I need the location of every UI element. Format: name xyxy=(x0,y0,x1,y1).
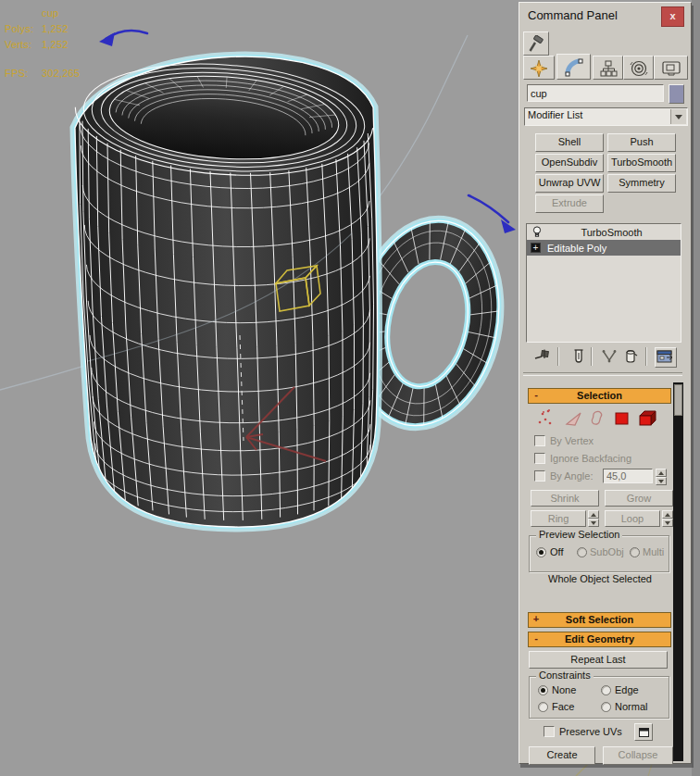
tab-hierarchy[interactable] xyxy=(593,56,623,80)
selection-status-text: Whole Object Selected xyxy=(527,573,673,584)
close-icon[interactable]: x xyxy=(661,6,684,27)
panel-scrollbar[interactable] xyxy=(673,382,683,761)
rollout-title: Edit Geometry xyxy=(565,633,634,645)
stack-item-turbosmooth[interactable]: TurboSmooth xyxy=(527,224,681,240)
constraint-none-radio[interactable] xyxy=(538,685,548,695)
rollout-title: Soft Selection xyxy=(566,614,633,625)
edge-icon[interactable] xyxy=(567,413,581,425)
viewport-statistics: cup Polys:1,252 Verts:1,252 FPS:302,265 xyxy=(5,6,80,81)
object-color-swatch[interactable] xyxy=(669,84,684,104)
symmetry-button[interactable]: Symmetry xyxy=(607,174,676,193)
border-icon[interactable] xyxy=(592,411,601,424)
loop-spinner[interactable] xyxy=(662,510,673,527)
rollout-edit-geometry-header[interactable]: - Edit Geometry xyxy=(528,632,671,647)
preserve-uvs-settings-button[interactable] xyxy=(634,723,653,741)
tab-utilities[interactable] xyxy=(523,31,549,56)
constraint-face-label: Face xyxy=(552,701,574,712)
constraints-group: Constraints xyxy=(529,676,669,719)
create-icon xyxy=(530,59,548,78)
display-icon xyxy=(661,59,681,78)
loop-button[interactable]: Loop xyxy=(605,510,660,527)
screenshot-root: { "viewport": { "stats": { "object_name"… xyxy=(0,0,700,776)
push-button[interactable]: Push xyxy=(607,133,676,152)
constraint-normal-radio[interactable] xyxy=(601,702,611,712)
settings-window-icon xyxy=(639,728,649,737)
constraint-normal-label: Normal xyxy=(615,701,647,712)
by-angle-input[interactable] xyxy=(603,469,653,483)
pin-stack-icon[interactable] xyxy=(533,348,550,365)
shell-button[interactable]: Shell xyxy=(535,133,604,152)
subobject-icon-row xyxy=(536,408,666,429)
scrollbar-thumb[interactable] xyxy=(674,384,682,416)
show-end-result-icon[interactable] xyxy=(571,348,586,365)
repeat-last-button[interactable]: Repeat Last xyxy=(529,651,668,669)
hierarchy-icon xyxy=(599,59,618,78)
desktop-edge-strip xyxy=(692,0,700,776)
element-icon[interactable] xyxy=(640,411,656,425)
preview-selection-title: Preview Selection xyxy=(536,529,622,540)
preview-multi-label: Multi xyxy=(643,546,664,557)
preview-off-radio[interactable] xyxy=(536,547,546,557)
modifier-list-value: Modifier List xyxy=(528,109,582,120)
constraints-title: Constraints xyxy=(536,670,594,681)
preserve-uvs-checkbox[interactable] xyxy=(544,726,555,737)
turbosmooth-button[interactable]: TurboSmooth xyxy=(607,154,676,172)
stack-item-label: Editable Poly xyxy=(544,243,606,254)
preview-subobj-radio[interactable] xyxy=(577,547,587,557)
object-name-field[interactable] xyxy=(527,84,664,102)
ring-button[interactable]: Ring xyxy=(531,510,586,527)
vertex-icon[interactable] xyxy=(539,410,552,425)
expand-icon: + xyxy=(531,614,542,625)
preview-multi-radio[interactable] xyxy=(630,547,640,557)
modify-icon xyxy=(564,57,584,78)
stat-polys-label: Polys: xyxy=(5,21,42,37)
divider xyxy=(523,372,682,376)
grow-button[interactable]: Grow xyxy=(605,490,673,507)
panel-title: Command Panel xyxy=(528,8,618,22)
by-angle-checkbox[interactable] xyxy=(534,470,545,482)
rollout-soft-selection-header[interactable]: + Soft Selection xyxy=(528,612,671,628)
configure-modifier-sets-icon[interactable] xyxy=(655,347,677,368)
by-angle-spinner[interactable] xyxy=(656,469,667,485)
constraint-edge-radio[interactable] xyxy=(601,685,611,695)
polygon-icon[interactable] xyxy=(616,413,628,424)
create-button[interactable]: Create xyxy=(529,746,595,765)
by-vertex-label: By Vertex xyxy=(550,435,594,446)
unwrap-uvw-button[interactable]: Unwrap UVW xyxy=(535,174,604,193)
chevron-down-icon xyxy=(670,109,686,124)
remove-modifier-icon[interactable] xyxy=(623,348,638,365)
collapse-icon: - xyxy=(531,390,542,401)
stat-verts-value: 1,252 xyxy=(42,39,69,50)
preserve-uvs-label: Preserve UVs xyxy=(559,726,622,737)
command-panel: Command Panel x xyxy=(519,2,692,764)
motion-icon xyxy=(630,59,648,78)
stack-toolbar xyxy=(519,344,691,369)
tab-modify[interactable] xyxy=(556,54,591,80)
stat-polys-value: 1,252 xyxy=(42,23,69,34)
stat-verts-label: Verts: xyxy=(5,37,42,53)
lightbulb-icon[interactable] xyxy=(531,226,543,238)
ignore-backfacing-label: Ignore Backfacing xyxy=(550,453,631,464)
by-angle-label: By Angle: xyxy=(550,470,593,482)
modifier-list-dropdown[interactable]: Modifier List xyxy=(524,107,688,126)
modifier-stack-list: TurboSmooth + Editable Poly xyxy=(526,223,681,343)
tab-motion[interactable] xyxy=(623,56,654,80)
stack-item-editable-poly[interactable]: + Editable Poly xyxy=(527,240,681,256)
ring-spinner[interactable] xyxy=(588,510,599,527)
tab-display[interactable] xyxy=(654,56,688,80)
tab-create[interactable] xyxy=(523,56,555,80)
stat-fps-value: 302,265 xyxy=(42,68,80,79)
constraint-face-radio[interactable] xyxy=(538,702,548,712)
shrink-button[interactable]: Shrink xyxy=(531,490,599,507)
plus-box-icon[interactable]: + xyxy=(531,243,541,253)
constraint-none-label: None xyxy=(552,684,576,695)
rollout-selection-header[interactable]: - Selection xyxy=(528,388,671,404)
panel-titlebar[interactable]: Command Panel x xyxy=(519,3,691,29)
make-unique-icon[interactable] xyxy=(601,349,619,364)
opensubdiv-button[interactable]: OpenSubdiv xyxy=(535,154,604,172)
by-vertex-checkbox[interactable] xyxy=(534,435,545,446)
ignore-backfacing-checkbox[interactable] xyxy=(534,453,545,464)
preview-off-label: Off xyxy=(550,546,563,557)
extrude-button[interactable]: Extrude xyxy=(535,194,604,213)
collapse-button[interactable]: Collapse xyxy=(603,746,673,765)
